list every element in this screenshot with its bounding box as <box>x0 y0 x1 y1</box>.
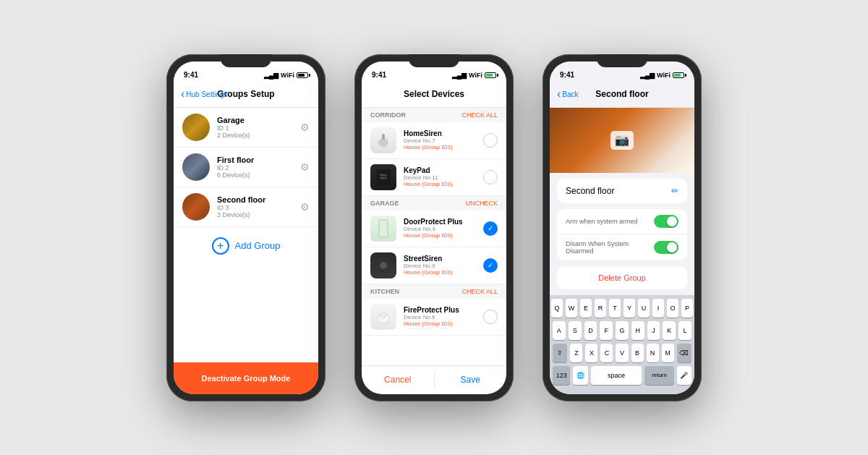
key-delete[interactable]: ⌫ <box>677 344 692 362</box>
device-streetsiren[interactable]: StreetSiren Device No.9 House (Group ID3… <box>362 247 506 284</box>
key-u[interactable]: U <box>638 299 650 318</box>
key-m[interactable]: M <box>662 344 674 362</box>
toggle-section: Arm when system armed Disarm When System… <box>557 209 687 260</box>
key-mic[interactable]: 🎤 <box>677 366 692 385</box>
key-z[interactable]: Z <box>570 344 582 362</box>
cancel-button[interactable]: Cancel <box>362 375 434 385</box>
key-b[interactable]: B <box>631 344 644 362</box>
key-t[interactable]: T <box>609 299 621 318</box>
svg-point-8 <box>385 177 387 179</box>
delete-group-button[interactable]: Delete Group <box>557 266 687 289</box>
device-no-streetsiren: Device No.9 <box>404 263 476 269</box>
keyboard-row-3: ⇧ Z X C V B N M ⌫ <box>553 344 692 362</box>
gear-icon-garage[interactable]: ⚙ <box>300 122 310 133</box>
group-devices-garage: 2 Device(s) <box>217 132 293 139</box>
key-x[interactable]: X <box>585 344 597 362</box>
toggle-disarm-switch[interactable] <box>654 241 678 254</box>
key-s[interactable]: S <box>569 321 582 340</box>
phone-select-devices: 9:41 ▂▄▆ WiFi Select Devices Corridor CH… <box>354 54 514 401</box>
kitchen-check-all[interactable]: CHECK ALL <box>461 288 498 295</box>
key-c[interactable]: C <box>600 344 613 362</box>
deactivate-group-mode-button[interactable]: Deactivate Group Mode <box>174 362 318 394</box>
key-return[interactable]: return <box>644 366 673 385</box>
page-title-3: Second floor <box>595 89 648 99</box>
section-garage: Garage UNCHECK <box>362 196 506 211</box>
group-item-second-floor[interactable]: Second floor ID 3 3 Device(s) ⚙ <box>174 187 318 227</box>
toggle-disarm[interactable]: Disarm When System Disarmed <box>557 234 687 260</box>
group-item-first-floor[interactable]: First floor ID 2 6 Device(s) ⚙ <box>174 148 318 187</box>
key-shift[interactable]: ⇧ <box>553 344 567 362</box>
gear-icon-first-floor[interactable]: ⚙ <box>300 161 310 173</box>
add-group-button[interactable]: + Add Group <box>174 227 318 265</box>
key-r[interactable]: R <box>595 299 606 318</box>
toggle-arm[interactable]: Arm when system armed <box>557 209 687 234</box>
phone-groups-setup: 9:41 ▂▄▆ WiFi Hub Settings Groups Setup … <box>166 54 326 401</box>
check-streetsiren[interactable]: ✓ <box>483 258 498 273</box>
key-a[interactable]: A <box>553 321 566 340</box>
group-item-garage[interactable]: Garage ID 1 2 Device(s) ⚙ <box>174 108 318 148</box>
group-id-garage: ID 1 <box>217 124 293 132</box>
key-123[interactable]: 123 <box>553 366 570 385</box>
group-name-field[interactable]: Second floor ✏ <box>557 179 687 203</box>
check-doorprotect[interactable]: ✓ <box>483 221 498 236</box>
key-p[interactable]: P <box>681 299 693 318</box>
device-doorprotect[interactable]: DoorProtect Plus Device No.4 House (Grou… <box>362 211 506 247</box>
key-o[interactable]: O <box>667 299 678 318</box>
key-w[interactable]: W <box>566 299 577 318</box>
save-button[interactable]: Save <box>435 375 507 385</box>
device-name-homesiren: HomeSiren <box>404 129 476 137</box>
photo-area[interactable]: 📷 <box>550 108 694 173</box>
group-devices-second-floor: 3 Device(s) <box>217 211 293 218</box>
device-name-fireprotect: FireProtect Plus <box>404 306 476 314</box>
wifi-icon-2: WiFi <box>469 72 482 79</box>
key-d[interactable]: D <box>584 321 597 340</box>
group-id-first-floor: ID 2 <box>217 164 293 171</box>
corridor-check-all[interactable]: CHECK ALL <box>461 111 498 119</box>
screen-second-floor: 9:41 ▂▄▆ WiFi Back Second floor 📷 Second… <box>550 61 694 394</box>
key-g[interactable]: G <box>616 321 629 340</box>
check-fireprotect[interactable] <box>483 310 498 324</box>
modal-footer: Cancel Save <box>362 365 506 394</box>
check-keypad[interactable] <box>483 170 498 184</box>
key-q[interactable]: Q <box>551 299 563 318</box>
section-corridor: Corridor CHECK ALL <box>362 108 506 122</box>
notch <box>221 54 271 67</box>
key-f[interactable]: F <box>600 321 613 340</box>
key-y[interactable]: Y <box>624 299 635 318</box>
toggle-disarm-label: Disarm When System Disarmed <box>566 240 654 255</box>
groups-list: Garage ID 1 2 Device(s) ⚙ First floor ID… <box>174 108 318 362</box>
group-info-second-floor: Second floor ID 3 3 Device(s) <box>217 195 293 218</box>
key-j[interactable]: J <box>647 321 660 340</box>
device-group-doorprotect: House (Group ID3) <box>404 232 476 239</box>
key-n[interactable]: N <box>647 344 659 362</box>
device-thumb-keypad <box>370 164 396 190</box>
group-name-first-floor: First floor <box>217 156 293 164</box>
key-l[interactable]: L <box>678 321 692 340</box>
edit-icon: ✏ <box>671 186 678 196</box>
key-v[interactable]: V <box>616 344 628 362</box>
check-homesiren[interactable] <box>483 133 498 148</box>
device-name-doorprotect: DoorProtect Plus <box>404 218 476 226</box>
key-globe[interactable]: 🌐 <box>573 366 587 385</box>
key-e[interactable]: E <box>580 299 592 318</box>
svg-point-13 <box>380 312 386 318</box>
device-fireprotect[interactable]: FireProtect Plus Device No.6 House (Grou… <box>362 299 506 336</box>
notch-3 <box>597 54 647 67</box>
toggle-arm-switch[interactable] <box>654 215 678 228</box>
key-space[interactable]: space <box>591 366 642 385</box>
back-button-3[interactable]: Back <box>557 88 579 100</box>
device-homesiren[interactable]: HomeSiren Device No.7 House (Group ID3) <box>362 122 506 159</box>
back-button-1[interactable]: Hub Settings <box>181 88 228 100</box>
garage-label: Garage <box>370 200 399 207</box>
key-h[interactable]: H <box>631 321 644 340</box>
key-k[interactable]: K <box>663 321 676 340</box>
gear-icon-second-floor[interactable]: ⚙ <box>300 201 310 213</box>
group-avatar-garage <box>182 114 210 141</box>
key-i[interactable]: I <box>652 299 664 318</box>
garage-uncheck[interactable]: UNCHECK <box>465 200 498 207</box>
battery-icon-1 <box>297 72 308 78</box>
keyboard-row-2: A S D F G H J K L <box>553 321 692 340</box>
keyboard: Q W E R T Y U I O P A S D F G H J K L <box>550 295 694 394</box>
device-keypad[interactable]: KeyPad Device No.11 House (Group ID3) <box>362 159 506 196</box>
signal-icon-3: ▂▄▆ <box>640 72 655 79</box>
